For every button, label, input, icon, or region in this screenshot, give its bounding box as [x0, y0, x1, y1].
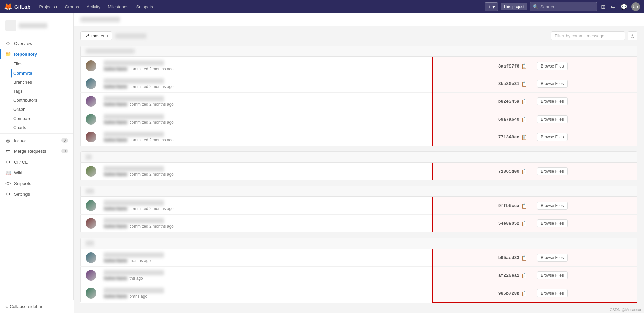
browse-files-button[interactable]: Browse Files: [537, 97, 568, 105]
nav-snippets[interactable]: Snippets: [132, 0, 156, 13]
browse-files-button[interactable]: Browse Files: [537, 80, 568, 88]
copy-hash-icon[interactable]: 📋: [521, 221, 527, 226]
commit-message-link[interactable]: commit message text blurred: [104, 78, 428, 84]
commit-hash: 3aaf97f6: [498, 64, 519, 69]
browse-files-button[interactable]: Browse Files: [537, 289, 568, 297]
copy-hash-icon[interactable]: 📋: [521, 117, 527, 122]
sidebar-item-files[interactable]: Files: [11, 59, 73, 69]
date-group-label-0: 23 Dec, 2022 5 commits: [86, 49, 135, 54]
this-project-button[interactable]: This project: [501, 3, 527, 10]
sidebar-overview-label: Overview: [14, 41, 32, 46]
gitlab-logo[interactable]: 🦊 GitLab: [4, 3, 31, 11]
commit-info-cell: commit message text blurred Author Name …: [99, 163, 433, 180]
commit-meta: Author Name committed 2 months ago: [104, 224, 428, 229]
search-box[interactable]: 🔍: [530, 2, 597, 11]
commit-info-cell: commit message text blurred Author Name …: [99, 128, 433, 146]
issues-icon[interactable]: 💬: [619, 2, 629, 11]
user-avatar[interactable]: U ▾: [631, 2, 640, 11]
commit-hash: 9ffb5cca: [498, 203, 519, 208]
sidebar-item-snippets[interactable]: <> Snippets: [0, 178, 73, 189]
sidebar-item-wiki[interactable]: 📖 Wiki: [0, 167, 73, 178]
commit-info-cell: commit message text blurred Author Name …: [99, 215, 433, 232]
merge-requests-icon[interactable]: ⇋: [609, 2, 616, 11]
copy-hash-icon[interactable]: 📋: [521, 291, 527, 296]
commit-message-link[interactable]: commit message text blurred: [104, 270, 428, 275]
copy-hash-icon[interactable]: 📋: [521, 81, 527, 87]
rss-button[interactable]: ◎: [628, 31, 637, 40]
sidebar-item-contributors[interactable]: Contributors: [11, 96, 73, 105]
commit-avatar: [86, 270, 96, 281]
sidebar-item-issues[interactable]: ◎ Issues 0: [0, 135, 73, 146]
sidebar-item-tags[interactable]: Tags: [11, 87, 73, 96]
search-input[interactable]: [540, 4, 594, 9]
sidebar-item-graph[interactable]: Graph: [11, 105, 73, 114]
commit-author: Author Name: [104, 102, 127, 107]
table-row: commit message text blurred Author Name …: [81, 197, 637, 215]
commit-time: committed 2 months ago: [129, 138, 173, 142]
commit-hash-cell: b95aed83 📋: [433, 249, 532, 267]
nav-projects[interactable]: Projects ▾: [36, 0, 61, 13]
filter-input[interactable]: [551, 31, 625, 40]
sidebar-item-commits[interactable]: Commits: [11, 69, 73, 78]
commit-message-link[interactable]: commit message text blurred: [104, 96, 428, 101]
commit-hash-cell: 71865d00 📋: [433, 163, 532, 180]
copy-hash-icon[interactable]: 📋: [521, 99, 527, 104]
copy-hash-icon[interactable]: 📋: [521, 203, 527, 209]
browse-files-button[interactable]: Browse Files: [537, 62, 568, 70]
commit-time: onths ago: [129, 294, 147, 299]
browse-files-button[interactable]: Browse Files: [537, 219, 568, 227]
commit-meta: Author Name committed 2 months ago: [104, 120, 428, 125]
sidebar-item-overview[interactable]: ⊙ Overview: [0, 38, 73, 49]
table-row: commit message text blurred Author Name …: [81, 75, 637, 93]
commit-hash: 54e89052: [498, 221, 519, 226]
copy-hash-icon[interactable]: 📋: [521, 273, 527, 278]
commit-message-link[interactable]: commit message text blurred: [104, 132, 428, 137]
commit-meta: Author Name onths ago: [104, 294, 428, 299]
sidebar-item-cicd[interactable]: ⚙ CI / CD: [0, 156, 73, 167]
commit-message-link[interactable]: commit message text blurred: [104, 114, 428, 119]
sidebar-item-settings[interactable]: ⚙ Settings: [0, 189, 73, 199]
top-navigation: 🦊 GitLab Projects ▾ Groups Activity Mile…: [0, 0, 644, 13]
commit-time: committed 2 months ago: [129, 66, 173, 71]
commit-message-link[interactable]: commit message text blurred: [104, 252, 428, 258]
sidebar-item-branches[interactable]: Branches: [11, 78, 73, 87]
gitlab-wordmark: GitLab: [14, 4, 31, 10]
repository-subnav: Files Commits Branches Tags Contributors…: [0, 59, 73, 132]
commit-message-link[interactable]: commit message text blurred: [104, 200, 428, 206]
copy-hash-icon[interactable]: 📋: [521, 63, 527, 69]
browse-files-button[interactable]: Browse Files: [537, 202, 568, 210]
project-icon: [5, 20, 16, 31]
commit-author: Author Name: [104, 258, 127, 263]
nav-groups[interactable]: Groups: [61, 0, 83, 13]
commit-message-link[interactable]: commit message text blurred: [104, 288, 428, 293]
commit-hash-box: 69a7a640 📋: [498, 117, 527, 122]
commit-hash-cell: 69a7a640 📋: [433, 110, 532, 128]
sidebar-item-charts[interactable]: Charts: [11, 123, 73, 132]
layout-icon[interactable]: ⊞: [600, 2, 607, 11]
new-item-button[interactable]: + ▾: [485, 2, 498, 11]
commit-time: committed 2 months ago: [129, 84, 173, 89]
copy-hash-icon[interactable]: 📋: [521, 135, 527, 140]
commit-hash-box: 9ffb5cca 📋: [498, 203, 527, 209]
browse-files-button[interactable]: Browse Files: [537, 167, 568, 175]
browse-files-button[interactable]: Browse Files: [537, 254, 568, 262]
commit-message-link[interactable]: commit message text blurred: [104, 60, 428, 66]
browse-files-button[interactable]: Browse Files: [537, 115, 568, 123]
commit-hash: b95aed83: [498, 255, 519, 260]
browse-files-button[interactable]: Browse Files: [537, 133, 568, 141]
collapse-sidebar-button[interactable]: « Collapse sidebar: [0, 300, 74, 313]
commit-message-link[interactable]: commit message text blurred: [104, 218, 428, 223]
nav-milestones[interactable]: Milestones: [104, 0, 132, 13]
copy-hash-icon[interactable]: 📋: [521, 255, 527, 261]
commit-avatar-cell: [81, 128, 99, 146]
top-nav-right: + ▾ This project 🔍 ⊞ ⇋ 💬 U ▾: [485, 2, 640, 11]
sidebar-item-merge-requests[interactable]: ⇄ Merge Requests 0: [0, 146, 73, 156]
browse-files-button[interactable]: Browse Files: [537, 271, 568, 279]
issues-sidebar-icon: ◎: [5, 138, 11, 143]
sidebar-item-compare[interactable]: Compare: [11, 114, 73, 123]
commit-message-link[interactable]: commit message text blurred: [104, 166, 428, 171]
nav-activity[interactable]: Activity: [83, 0, 104, 13]
branch-selector[interactable]: ⎇ master ▾: [80, 31, 112, 40]
sidebar-item-repository[interactable]: 📁 Repository: [0, 49, 73, 59]
copy-hash-icon[interactable]: 📋: [521, 169, 527, 174]
